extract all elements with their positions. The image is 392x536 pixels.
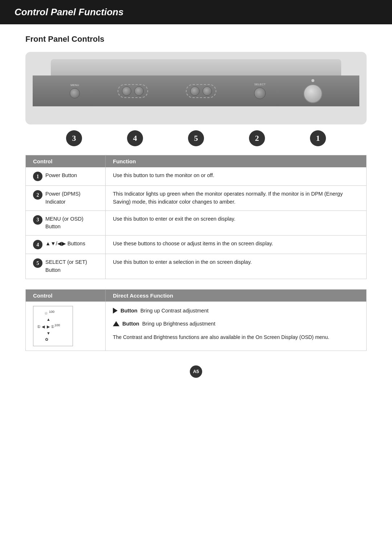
select-btn-group: SELECT <box>254 83 266 99</box>
diag-line3: ① ◀ ▶ ①100 <box>37 323 69 330</box>
control-label-5: SELECT (or SET)Button <box>45 258 87 274</box>
section-title: Front Panel Controls <box>25 34 367 44</box>
da-col2-header: Direct Access Function <box>106 289 367 302</box>
monitor-top <box>51 59 341 75</box>
control-cell: 3 MENU (or OSD)Button <box>26 210 106 236</box>
col2-header: Function <box>106 155 367 168</box>
select-label: SELECT <box>254 83 265 86</box>
badge-4: 4 <box>33 240 42 249</box>
diag-line5: ✿ <box>45 336 69 343</box>
numbered-labels-row: 3 4 5 2 1 <box>25 124 367 146</box>
play-icon <box>113 308 118 314</box>
contrast-left-btn <box>190 86 200 96</box>
control-label-1: Power Button <box>45 172 77 180</box>
da-col1-header: Control <box>26 289 106 302</box>
triangle-up-icon <box>113 321 119 326</box>
control-label-4: ▲▼/◀▶ Buttons <box>45 240 85 248</box>
badge-2: 2 <box>33 190 42 200</box>
table-row: 4 ▲▼/◀▶ Buttons Use these buttons to cho… <box>26 236 367 254</box>
contrast-right-btn <box>203 86 212 96</box>
table-row: 1 Power Button Use this button to turn t… <box>26 167 367 186</box>
adjust-btn-group <box>118 84 148 98</box>
brightness-up-btn <box>122 86 131 96</box>
power-indicator <box>311 79 314 82</box>
monitor-illustration: MENU SELECT <box>25 52 367 124</box>
contrast-oval <box>186 84 216 98</box>
da-diagram-cell: ☆ 100 ▲ ① ◀ ▶ ①100 ▼ ✿ <box>26 302 106 351</box>
control-cell: 4 ▲▼/◀▶ Buttons <box>26 236 106 254</box>
function-cell-4: Use these buttons to choose or adjust it… <box>106 236 367 254</box>
control-label-3: MENU (or OSD)Button <box>45 215 83 231</box>
diag-line1: ☆ 100 <box>44 309 69 316</box>
adjust-oval <box>118 84 148 98</box>
control-function-table: Control Function 1 Power Button Use this… <box>25 155 367 279</box>
monitor-panel: MENU SELECT <box>33 75 359 106</box>
control-cell: 5 SELECT (or SET)Button <box>26 254 106 279</box>
label-4: 4 <box>127 130 143 146</box>
function-cell-3: Use this button to enter or exit the on … <box>106 210 367 236</box>
label-3: 3 <box>66 130 82 146</box>
table-row: 3 MENU (or OSD)Button Use this button to… <box>26 210 367 236</box>
control-cell: 1 Power Button <box>26 167 106 186</box>
direct-access-row: ☆ 100 ▲ ① ◀ ▶ ①100 ▼ ✿ Button Bring up C… <box>26 302 367 351</box>
diag-line4: ▼ <box>46 330 69 337</box>
brightness-down-btn <box>134 86 144 96</box>
menu-button <box>70 88 80 98</box>
page-number-area: A5 <box>25 365 367 378</box>
brightness-function-text: Bring up Brightness adjustment <box>142 319 216 328</box>
table-row: 2 Power (DPMS)Indicator This Indicator l… <box>26 186 367 211</box>
function-cell-2: This Indicator lights up green when the … <box>106 186 367 211</box>
contrast-row: Button Bring up Contrast adjustment <box>113 306 359 315</box>
page-title: Control Panel Functions <box>15 7 377 18</box>
contrast-btn-label: Button <box>121 306 138 315</box>
label-5: 5 <box>188 130 204 146</box>
control-name-4: 4 ▲▼/◀▶ Buttons <box>33 240 98 249</box>
da-functions-cell: Button Bring up Contrast adjustment Butt… <box>106 302 367 351</box>
control-name-2: 2 Power (DPMS)Indicator <box>33 190 98 206</box>
osd-diagram: ☆ 100 ▲ ① ◀ ▶ ①100 ▼ ✿ <box>33 306 73 346</box>
menu-btn-group: MENU <box>70 83 80 98</box>
osd-note: The Contrast and Brightness functions ar… <box>113 334 359 341</box>
menu-label: MENU <box>70 83 79 87</box>
direct-access-table: Control Direct Access Function ☆ 100 ▲ ①… <box>25 289 367 351</box>
contrast-function-text: Bring up Contrast adjustment <box>140 306 209 315</box>
function-cell-5: Use this button to enter a selection in … <box>106 254 367 279</box>
table-row: 5 SELECT (or SET)Button Use this button … <box>26 254 367 279</box>
contrast-btn-group <box>186 84 216 98</box>
diag-line2: ▲ <box>46 316 69 323</box>
badge-3: 3 <box>33 215 42 225</box>
power-group <box>303 79 322 103</box>
badge-5: 5 <box>33 258 42 268</box>
page-header: Control Panel Functions <box>0 0 392 24</box>
col1-header: Control <box>26 155 106 168</box>
select-button <box>254 87 266 99</box>
brightness-btn-label: Button <box>122 319 139 328</box>
control-name-1: 1 Power Button <box>33 172 98 181</box>
brightness-row: Button Bring up Brightness adjustment <box>113 319 359 328</box>
page-number-badge: A5 <box>190 365 202 378</box>
control-label-2: Power (DPMS)Indicator <box>45 190 81 206</box>
function-cell-1: Use this button to turn the monitor on o… <box>106 167 367 186</box>
control-name-5: 5 SELECT (or SET)Button <box>33 258 98 274</box>
label-2: 2 <box>249 130 265 146</box>
control-name-3: 3 MENU (or OSD)Button <box>33 215 98 231</box>
label-1: 1 <box>310 130 326 146</box>
badge-1: 1 <box>33 172 42 181</box>
control-cell: 2 Power (DPMS)Indicator <box>26 186 106 211</box>
power-button <box>303 84 322 103</box>
